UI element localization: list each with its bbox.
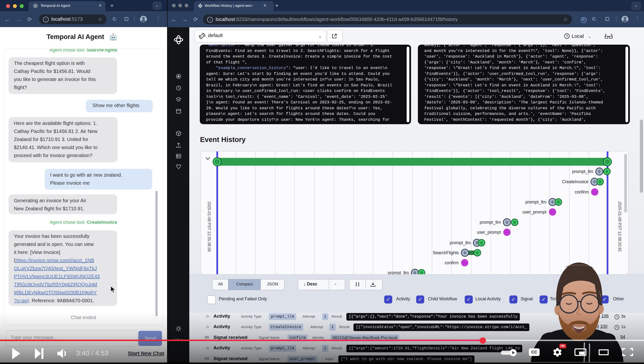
svg-text:prompt_llm: prompt_llm (388, 270, 409, 274)
svg-text:confirm: confirm (445, 260, 458, 265)
svg-text:2025-01-08 PST 12:35:38.56: 2025-01-08 PST 12:35:38.56 (207, 202, 211, 252)
svg-text:0:0: 0:0 (505, 231, 509, 234)
svg-text:prompt_llm: prompt_llm (572, 169, 593, 174)
svg-text:CreateInvoice: CreateInvoice (562, 179, 588, 184)
svg-text:SearchFlights: SearchFlights (433, 250, 459, 255)
svg-text:prompt_llm: prompt_llm (525, 200, 546, 205)
svg-text:confirm: confirm (575, 190, 589, 194)
svg-text:0:0: 0:0 (551, 211, 554, 213)
svg-text:0:0: 0:0 (593, 191, 597, 193)
svg-text:user_prompt: user_prompt (522, 210, 546, 215)
svg-text:prompt_llm: prompt_llm (450, 240, 471, 246)
svg-text:user_prompt: user_prompt (477, 230, 501, 235)
svg-text:0:0: 0:0 (463, 262, 467, 264)
svg-text:prompt_llm: prompt_llm (480, 220, 501, 225)
svg-text:2025-01-08 PST 12:38:20.91: 2025-01-08 PST 12:38:20.91 (618, 202, 622, 252)
